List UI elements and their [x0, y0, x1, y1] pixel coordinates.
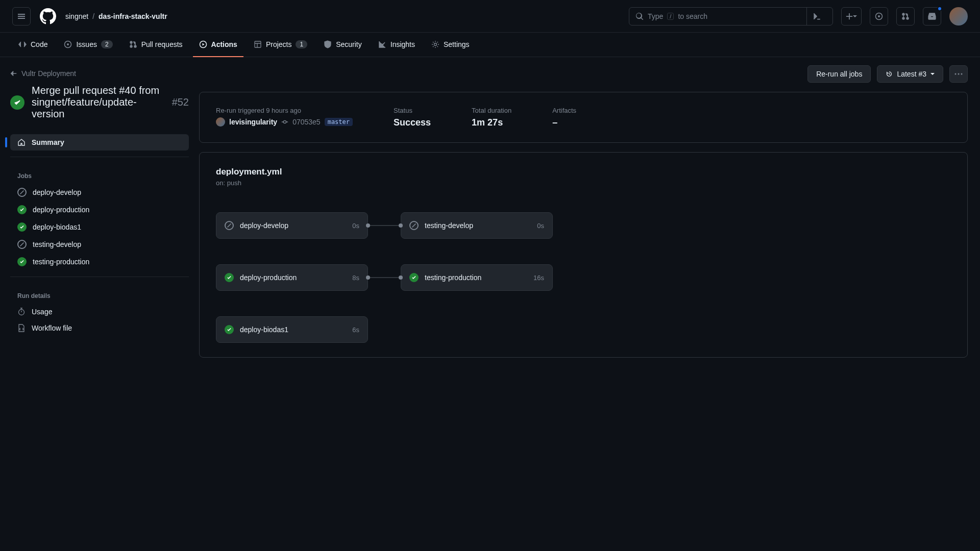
arrow-left-icon — [10, 70, 17, 77]
kebab-icon — [954, 73, 963, 75]
job-label: testing-develop — [33, 240, 81, 248]
command-palette-button[interactable] — [806, 7, 826, 26]
job-node-deploy-develop[interactable]: deploy-develop0s — [216, 212, 368, 239]
actor-avatar[interactable] — [216, 117, 225, 127]
job-node-deploy-production[interactable]: deploy-production8s — [216, 264, 368, 291]
tab-code[interactable]: Code — [12, 33, 54, 57]
run-title: Merge pull request #40 from singnet/feat… — [32, 85, 189, 120]
tab-projects[interactable]: Projects 1 — [248, 33, 313, 57]
more-actions-button[interactable] — [949, 65, 968, 83]
tab-issues-label: Issues — [76, 40, 96, 48]
sidebar-job-deploy-biodas1[interactable]: deploy-biodas1 — [10, 218, 189, 236]
svg-point-8 — [955, 73, 957, 75]
file-icon — [17, 324, 26, 332]
graph-row: deploy-production8stesting-production16s — [216, 264, 951, 291]
job-node-label: deploy-biodas1 — [240, 325, 288, 334]
tab-pulls-label: Pull requests — [141, 40, 183, 48]
caret-down-icon — [930, 72, 935, 76]
artifacts-value: – — [552, 117, 576, 128]
sidebar: Vultr Deployment Merge pull request #40 … — [0, 57, 199, 551]
svg-point-11 — [284, 120, 286, 123]
commit-icon — [281, 118, 288, 126]
breadcrumb-org[interactable]: singnet — [65, 12, 88, 20]
table-icon — [254, 40, 262, 48]
tab-pulls[interactable]: Pull requests — [123, 33, 189, 57]
breadcrumb-sep: / — [92, 12, 94, 20]
graph-row: deploy-develop0stesting-develop0s — [216, 212, 951, 239]
plus-icon — [846, 13, 853, 20]
sidebar-job-testing-develop[interactable]: testing-develop — [10, 236, 189, 253]
duration-value: 1m 27s — [472, 117, 511, 128]
create-new-button[interactable] — [841, 7, 862, 26]
shield-icon — [324, 40, 332, 48]
sidebar-usage[interactable]: Usage — [10, 304, 189, 320]
latest-attempt-button[interactable]: Latest #3 — [877, 65, 943, 83]
job-duration: 16s — [533, 274, 544, 282]
skipped-icon — [409, 221, 419, 230]
repo-nav: Code Issues 2 Pull requests Actions Proj… — [0, 33, 980, 57]
search-input[interactable]: Type / to search — [629, 7, 833, 26]
duration-label: Total duration — [472, 107, 511, 114]
branch-badge[interactable]: master — [325, 118, 353, 126]
gear-icon — [431, 40, 439, 48]
job-node-label: testing-develop — [425, 221, 473, 230]
graph-icon — [378, 40, 386, 48]
actor-name[interactable]: levisingularity — [229, 118, 277, 126]
nav-menu-button[interactable] — [12, 7, 31, 26]
commit-sha[interactable]: 07053e5 — [292, 118, 321, 126]
notification-dot — [937, 6, 942, 11]
user-avatar[interactable] — [949, 7, 968, 26]
job-node-label: deploy-production — [240, 273, 297, 282]
job-node-testing-develop[interactable]: testing-develop0s — [401, 212, 553, 239]
github-logo[interactable] — [39, 7, 57, 26]
tab-insights[interactable]: Insights — [372, 33, 421, 57]
notifications-button[interactable] — [923, 7, 941, 26]
artifacts-label: Artifacts — [552, 107, 576, 114]
run-status-icon — [10, 95, 24, 110]
run-title-row: Merge pull request #40 from singnet/feat… — [10, 85, 189, 120]
latest-attempt-label: Latest #3 — [897, 70, 926, 78]
search-icon — [635, 12, 644, 20]
sidebar-workflow-file-label: Workflow file — [32, 324, 72, 332]
success-icon — [17, 257, 27, 266]
job-node-label: testing-production — [425, 273, 481, 282]
issue-icon — [64, 40, 72, 48]
job-duration: 8s — [352, 274, 359, 282]
job-label: deploy-production — [33, 206, 89, 214]
svg-rect-5 — [255, 41, 261, 47]
issue-opened-icon — [875, 12, 883, 20]
job-duration: 0s — [352, 222, 359, 230]
tab-security-label: Security — [336, 40, 362, 48]
command-icon — [812, 12, 821, 21]
tab-projects-label: Projects — [266, 40, 292, 48]
sidebar-workflow-file[interactable]: Workflow file — [10, 320, 189, 336]
sidebar-summary[interactable]: Summary — [10, 134, 189, 151]
job-node-deploy-biodas1[interactable]: deploy-biodas16s — [216, 316, 368, 343]
sidebar-job-deploy-develop[interactable]: deploy-develop — [10, 184, 189, 201]
run-number: #52 — [172, 96, 189, 108]
play-icon — [199, 40, 207, 48]
connector — [368, 277, 401, 278]
tab-security[interactable]: Security — [317, 33, 368, 57]
svg-point-1 — [878, 15, 880, 17]
issues-button[interactable] — [870, 7, 888, 26]
rerun-all-button[interactable]: Re-run all jobs — [807, 65, 871, 83]
content: Re-run all jobs Latest #3 Re-run trigger… — [199, 57, 980, 551]
code-icon — [18, 40, 27, 48]
pull-requests-button[interactable] — [896, 7, 915, 26]
job-label: deploy-develop — [33, 188, 81, 196]
back-to-workflow[interactable]: Vultr Deployment — [10, 69, 189, 78]
stopwatch-icon — [17, 308, 26, 316]
pr-icon — [129, 40, 137, 48]
tab-actions[interactable]: Actions — [193, 33, 243, 57]
tab-insights-label: Insights — [390, 40, 415, 48]
skipped-icon — [17, 240, 27, 249]
sidebar-job-testing-production[interactable]: testing-production — [10, 253, 189, 270]
tab-issues[interactable]: Issues 2 — [58, 33, 118, 57]
breadcrumb-repo[interactable]: das-infra-stack-vultr — [99, 12, 167, 20]
job-node-testing-production[interactable]: testing-production16s — [401, 264, 553, 291]
skipped-icon — [17, 188, 27, 197]
sidebar-job-deploy-production[interactable]: deploy-production — [10, 201, 189, 218]
tab-settings[interactable]: Settings — [425, 33, 476, 57]
history-icon — [886, 70, 893, 78]
